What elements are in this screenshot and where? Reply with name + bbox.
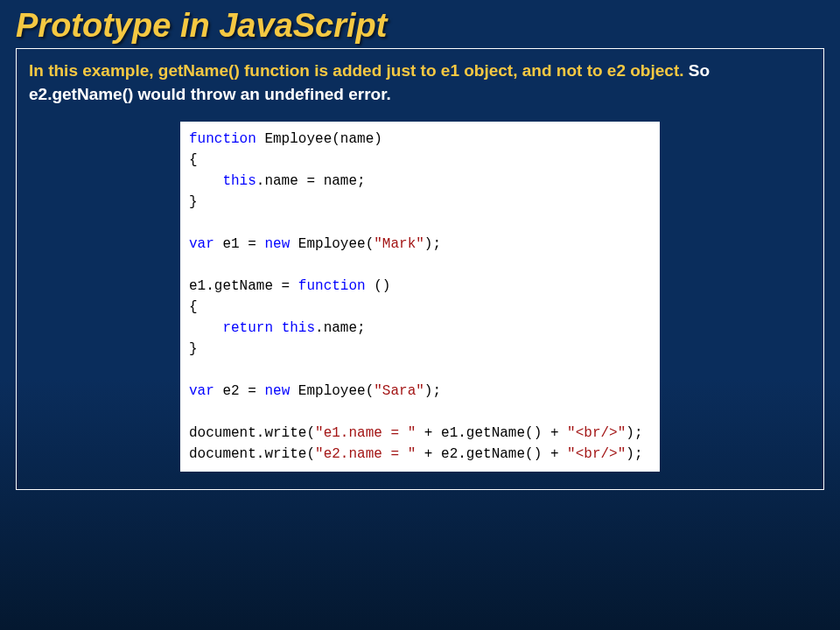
code-text: ); <box>424 383 441 399</box>
code-text: { <box>189 152 198 168</box>
code-text: Employee( <box>290 383 374 399</box>
code-string: "<br/>" <box>567 425 626 441</box>
code-text: () <box>366 278 391 294</box>
description-text: In this example, getName() function is a… <box>29 60 811 106</box>
code-text: ); <box>626 425 642 441</box>
code-text: e1.getName = <box>189 278 298 294</box>
code-text: } <box>189 341 198 357</box>
code-text: .name; <box>315 320 366 336</box>
code-text: { <box>189 299 198 315</box>
code-keyword: var <box>189 236 214 252</box>
code-text <box>189 173 222 189</box>
code-block: function Employee(name) { this.name = na… <box>180 122 660 472</box>
code-text: ); <box>626 446 642 462</box>
code-text: Employee(name) <box>256 131 382 147</box>
code-string: "Mark" <box>374 236 424 252</box>
code-text: .name = name; <box>256 173 366 189</box>
description-highlight: In this example, getName() function is a… <box>29 61 689 80</box>
code-keyword: return <box>222 320 273 336</box>
code-string: "e1.name = " <box>315 425 416 441</box>
code-string: "Sara" <box>374 383 424 399</box>
content-box: In this example, getName() function is a… <box>16 48 824 490</box>
code-text: Employee( <box>290 236 374 252</box>
code-text <box>189 320 222 336</box>
code-text <box>273 320 282 336</box>
slide-title: Prototype in JavaScript <box>0 0 840 48</box>
code-keyword: new <box>264 383 290 399</box>
code-string: "<br/>" <box>567 446 626 462</box>
code-keyword: var <box>189 383 214 399</box>
code-text: document.write( <box>189 446 315 462</box>
code-keyword: function <box>298 278 366 294</box>
code-keyword: function <box>189 131 256 147</box>
code-text: + e1.getName() + <box>416 425 567 441</box>
code-text: document.write( <box>189 425 315 441</box>
code-text: } <box>189 194 198 210</box>
code-text: ); <box>424 236 441 252</box>
code-keyword: this <box>282 320 315 336</box>
code-keyword: this <box>222 173 256 189</box>
code-text: e1 = <box>214 236 265 252</box>
code-string: "e2.name = " <box>315 446 416 462</box>
code-text: e2 = <box>214 383 265 399</box>
code-keyword: new <box>264 236 290 252</box>
code-text: + e2.getName() + <box>416 446 567 462</box>
